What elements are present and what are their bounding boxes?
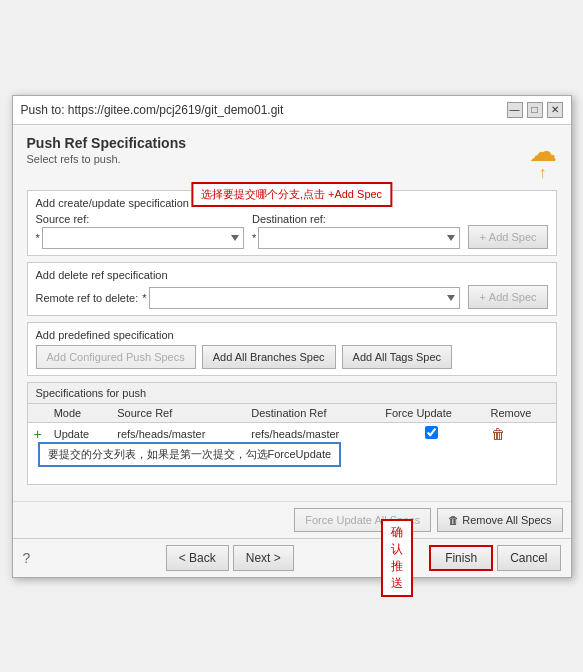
finish-button-container: 确认推送 Finish	[429, 545, 493, 571]
add-spec-button-2[interactable]: + Add Spec	[468, 285, 547, 309]
finish-label: Finish	[445, 551, 477, 565]
delete-ref-row: Remote ref to delete: * + Add Spec	[36, 285, 548, 309]
col-mode-label: Mode	[48, 404, 112, 423]
remote-prefix: *	[142, 292, 146, 304]
bottom-buttons-row: Force Update All Specs 🗑 Remove All Spec…	[13, 501, 571, 538]
page-subtitle: Select refs to push.	[27, 153, 186, 165]
dest-ref-group: Destination ref: *	[252, 213, 460, 249]
remote-ref-group: Remote ref to delete: *	[36, 287, 461, 309]
add-all-tags-spec-button[interactable]: Add All Tags Spec	[342, 345, 452, 369]
page-header: Push Ref Specifications Select refs to p…	[27, 135, 557, 182]
remote-ref-input-row: Remote ref to delete: *	[36, 287, 461, 309]
back-button[interactable]: < Back	[166, 545, 229, 571]
title-bar: Push to: https://gitee.com/pcj2619/git_d…	[13, 96, 571, 125]
maximize-button[interactable]: □	[527, 102, 543, 118]
cancel-button[interactable]: Cancel	[497, 545, 560, 571]
specs-section: Specifications for push Mode Source Ref …	[27, 382, 557, 485]
header-text: Push Ref Specifications Select refs to p…	[27, 135, 186, 165]
trash-icon[interactable]: 🗑	[491, 426, 505, 442]
page-title: Push Ref Specifications	[27, 135, 186, 151]
add-spec-plus-icon: +	[479, 231, 485, 243]
add-all-branches-spec-button[interactable]: Add All Branches Spec	[202, 345, 336, 369]
specs-section-title: Specifications for push	[28, 383, 556, 404]
dest-ref-input-row: *	[252, 227, 460, 249]
row-remove-cell: 🗑	[485, 422, 556, 445]
dialog-content: Push Ref Specifications Select refs to p…	[13, 125, 571, 501]
remote-ref-select[interactable]	[149, 287, 461, 309]
dest-prefix: *	[252, 232, 256, 244]
add-configured-push-specs-button[interactable]: Add Configured Push Specs	[36, 345, 196, 369]
help-icon[interactable]: ?	[23, 550, 31, 566]
row-force-update-cell	[379, 422, 484, 445]
back-label: < Back	[179, 551, 216, 565]
source-ref-label: Source ref:	[36, 213, 244, 225]
all-tags-spec-label: Add All Tags Spec	[353, 351, 441, 363]
add-spec-label-1: Add Spec	[489, 231, 537, 243]
specs-header-row: Mode Source Ref Destination Ref Force Up…	[28, 404, 556, 423]
specs-table: Mode Source Ref Destination Ref Force Up…	[28, 404, 556, 445]
add-spec-button-1[interactable]: + Add Spec	[468, 225, 547, 249]
source-prefix: *	[36, 232, 40, 244]
col-source-ref: Source Ref	[111, 404, 245, 423]
col-mode	[28, 404, 48, 423]
cloud-icon-area: ☁ ↑	[529, 135, 557, 182]
predefined-section: Add predefined specification Add Configu…	[27, 322, 557, 376]
add-spec-plus-icon-2: +	[479, 291, 485, 303]
specs-table-header: Mode Source Ref Destination Ref Force Up…	[28, 404, 556, 423]
title-controls: — □ ✕	[507, 102, 563, 118]
window-title: Push to: https://gitee.com/pcj2619/git_d…	[21, 103, 284, 117]
predefined-title: Add predefined specification	[36, 329, 548, 341]
specs-body: Mode Source Ref Destination Ref Force Up…	[28, 404, 556, 484]
create-update-row: Source ref: * Destination ref: *	[36, 213, 548, 249]
footer-nav: < Back Next >	[166, 545, 294, 571]
footer-action-buttons: 确认推送 Finish Cancel	[429, 545, 560, 571]
remove-all-specs-button[interactable]: 🗑 Remove All Specs	[437, 508, 562, 532]
create-update-section: Add create/update specification Source r…	[27, 190, 557, 256]
footer: ? < Back Next > 确认推送 Finish Cancel	[13, 538, 571, 577]
predefined-buttons: Add Configured Push Specs Add All Branch…	[36, 345, 548, 369]
add-spec-label-2: Add Spec	[489, 291, 537, 303]
close-button[interactable]: ✕	[547, 102, 563, 118]
configured-push-specs-label: Add Configured Push Specs	[47, 351, 185, 363]
delete-ref-title: Add delete ref specification	[36, 269, 548, 281]
finish-button[interactable]: Finish	[429, 545, 493, 571]
col-remove: Remove	[485, 404, 556, 423]
next-label: Next >	[246, 551, 281, 565]
col-dest-ref: Destination Ref	[245, 404, 379, 423]
force-update-checkbox[interactable]	[425, 426, 438, 439]
remote-ref-label: Remote ref to delete:	[36, 292, 139, 304]
all-branches-spec-label: Add All Branches Spec	[213, 351, 325, 363]
arrow-up-icon: ↑	[539, 164, 547, 182]
remove-all-label: Remove All Specs	[462, 514, 551, 526]
source-ref-group: Source ref: *	[36, 213, 244, 249]
cancel-label: Cancel	[510, 551, 547, 565]
forceupdate-tooltip: 要提交的分支列表，如果是第一次提交，勾选ForceUpdate	[38, 442, 342, 467]
add-spec-tooltip: 选择要提交哪个分支,点击 +Add Spec	[191, 182, 392, 207]
source-ref-input-row: *	[36, 227, 244, 249]
plus-icon: +	[34, 426, 42, 442]
dest-ref-select[interactable]	[258, 227, 460, 249]
col-force-update: Force Update	[379, 404, 484, 423]
dest-ref-label: Destination ref:	[252, 213, 460, 225]
minimize-button[interactable]: —	[507, 102, 523, 118]
next-button[interactable]: Next >	[233, 545, 294, 571]
remove-all-icon: 🗑	[448, 514, 459, 526]
confirm-tooltip: 确认推送	[381, 519, 413, 597]
source-ref-select[interactable]	[42, 227, 244, 249]
delete-ref-section: Add delete ref specification Remote ref …	[27, 262, 557, 316]
main-window: Push to: https://gitee.com/pcj2619/git_d…	[12, 95, 572, 578]
